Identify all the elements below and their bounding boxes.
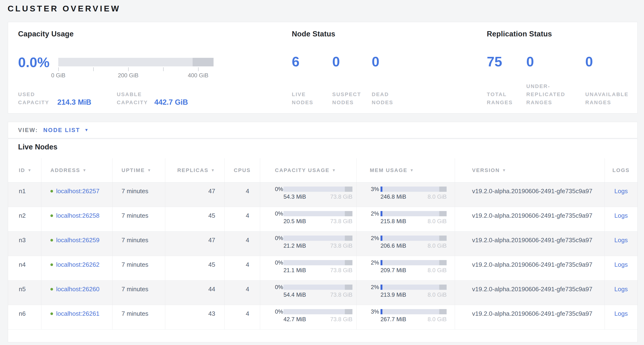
capacity-usage-bar — [284, 260, 352, 265]
table-body: n1localhost:262577 minutes4740%54.3 MiB7… — [8, 182, 637, 329]
cell-capacity-usage: 0%21.2 MiB73.8 GiB — [260, 231, 357, 256]
view-label: VIEW: — [18, 127, 38, 134]
column-header-capacity[interactable]: CAPACITY USAGE▼ — [260, 158, 357, 182]
cell-node-id: n5 — [8, 280, 42, 305]
node-id-value: n5 — [19, 280, 41, 293]
logs-link[interactable]: Logs — [614, 236, 628, 244]
node-address-link[interactable]: localhost:26260 — [56, 280, 100, 293]
node-status-stat-label-line: NODES — [372, 99, 393, 107]
capacity-stat-value: 214.3 MiB — [57, 98, 91, 107]
cell-mem-usage: 2%206.6 MiB8.0 GiB — [357, 231, 455, 256]
capacity-usage-values-line: 54.4 MiB73.8 GiB — [284, 291, 352, 298]
node-status-stat-label-line: NODES — [292, 99, 314, 107]
capacity-stat-value: 442.7 GiB — [154, 98, 188, 107]
cell-logs: Logs — [605, 256, 637, 280]
column-header-uptime[interactable]: UPTIME▼ — [112, 158, 165, 182]
sort-arrow-icon: ▼ — [410, 168, 414, 173]
replication-stat: 0UNDER-REPLICATEDRANGES — [526, 54, 585, 107]
capacity-usage-bar — [284, 284, 352, 290]
cluster-summary-card: Capacity Usage Node Status Replication S… — [8, 22, 638, 114]
capacity-usage-used-value: 21.2 MiB — [284, 242, 306, 249]
logs-link[interactable]: Logs — [614, 212, 628, 219]
cell-address: localhost:26262 — [42, 256, 112, 280]
node-address-link[interactable]: localhost:26259 — [56, 231, 100, 244]
logs-link[interactable]: Logs — [614, 285, 628, 293]
capacity-gauge-tick — [163, 67, 164, 71]
table-row: n4localhost:262627 minutes4540%21.1 MiB7… — [8, 256, 637, 280]
capacity-usage-values-line: 42.7 MiB73.8 GiB — [284, 316, 352, 323]
cell-cpus: 4 — [224, 182, 260, 207]
mem-usage-used-value: 213.9 MiB — [380, 291, 406, 298]
capacity-usage-bar-line: 0% — [275, 259, 352, 266]
column-header-cpus[interactable]: CPUS — [224, 158, 260, 182]
node-address-link[interactable]: localhost:26262 — [56, 256, 100, 268]
cell-mem-usage: 2%215.8 MiB8.0 GiB — [357, 207, 455, 231]
logs-link[interactable]: Logs — [614, 310, 628, 317]
node-status-stat: 0DEADNODES — [372, 54, 412, 107]
cell-node-id: n2 — [8, 207, 42, 231]
capacity-usage-bar-line: 0% — [275, 235, 352, 241]
capacity-stat-label-line: CAPACITY — [18, 99, 57, 107]
column-header-address[interactable]: ADDRESS▼ — [42, 158, 112, 182]
node-live-status-icon — [50, 190, 53, 192]
version-value: v19.2.0-alpha.20190606-2491-gfe735c9a97 — [472, 207, 604, 219]
node-status-stat-value: 0 — [372, 54, 379, 69]
logs-link[interactable]: Logs — [614, 187, 628, 195]
table-header-row: ID▼ADDRESS▼UPTIME▼REPLICAS▼CPUSCAPACITY … — [8, 158, 637, 182]
mem-usage-bar — [380, 309, 446, 314]
mem-usage-total-value: 8.0 GiB — [428, 267, 446, 274]
capacity-usage-total-value: 73.8 GiB — [330, 291, 352, 298]
column-header-replicas[interactable]: REPLICAS▼ — [165, 158, 224, 182]
logs-link-wrap: Logs — [605, 256, 637, 268]
table-row: n2localhost:262587 minutes4540%20.5 MiB7… — [8, 207, 637, 231]
logs-link-wrap: Logs — [605, 305, 637, 317]
uptime-value: 7 minutes — [122, 256, 165, 268]
capacity-usage-bar — [284, 309, 352, 314]
cell-node-id: n1 — [8, 182, 42, 207]
column-header-version[interactable]: VERSION▼ — [455, 158, 605, 182]
logs-link[interactable]: Logs — [614, 261, 628, 268]
table-row: n1localhost:262577 minutes4740%54.3 MiB7… — [8, 182, 637, 207]
node-address-link[interactable]: localhost:26258 — [56, 207, 100, 219]
mem-usage-values-line: 267.7 MiB8.0 GiB — [380, 316, 446, 323]
sort-arrow-icon: ▼ — [28, 168, 32, 173]
node-address-link[interactable]: localhost:26261 — [56, 305, 100, 317]
column-header-mem[interactable]: MEM USAGE▼ — [357, 158, 455, 182]
mem-usage-values-line: 206.6 MiB8.0 GiB — [380, 242, 446, 249]
node-status-stat: 6LIVENODES — [292, 54, 332, 107]
version-value: v19.2.0-alpha.20190606-2491-gfe735c9a97 — [472, 231, 604, 244]
capacity-usage-bar-line: 0% — [275, 186, 352, 192]
replication-stat-label: UNAVAILABLERANGES — [585, 90, 628, 107]
cell-uptime: 7 minutes — [112, 256, 165, 280]
capacity-usage-bar-line: 0% — [275, 284, 352, 290]
node-status-stat-label-line: SUSPECT — [332, 90, 361, 99]
cell-uptime: 7 minutes — [112, 305, 165, 329]
capacity-usage-used-value: 42.7 MiB — [284, 316, 306, 323]
node-address-link[interactable]: localhost:26257 — [56, 182, 100, 195]
column-header-logs[interactable]: LOGS — [605, 158, 637, 182]
mem-usage-percent: 2% — [370, 259, 379, 266]
mem-usage-values-line: 246.8 MiB8.0 GiB — [380, 193, 446, 200]
view-dropdown[interactable]: NODE LIST ▼ — [43, 127, 89, 134]
mem-usage-values-line: 209.7 MiB8.0 GiB — [380, 267, 446, 274]
capacity-stat-pair: USEDCAPACITY214.3 MiB — [18, 90, 91, 107]
cell-node-id: n6 — [8, 305, 42, 329]
cell-cpus: 4 — [224, 231, 260, 256]
live-nodes-card: Live Nodes ID▼ADDRESS▼UPTIME▼REPLICAS▼CP… — [8, 139, 638, 342]
capacity-usage-total-value: 73.8 GiB — [330, 193, 352, 200]
mem-usage-bar-line: 3% — [370, 308, 446, 315]
view-dropdown-value[interactable]: NODE LIST — [43, 127, 80, 134]
mem-usage-total-value: 8.0 GiB — [428, 291, 446, 298]
mem-usage-bar-line: 2% — [370, 210, 446, 217]
replication-stat-label: UNDER-REPLICATEDRANGES — [526, 82, 565, 107]
mem-usage-bar-line: 2% — [370, 259, 446, 266]
mem-usage-values-line: 215.8 MiB8.0 GiB — [380, 218, 446, 225]
column-header-id[interactable]: ID▼ — [8, 158, 42, 182]
replication-stat-label-line: RANGES — [487, 99, 513, 107]
capacity-usage-values-line: 21.1 MiB73.8 GiB — [284, 267, 352, 274]
uptime-value: 7 minutes — [122, 207, 165, 219]
capacity-usage-total-value: 73.8 GiB — [330, 218, 352, 225]
live-nodes-title: Live Nodes — [18, 143, 57, 151]
capacity-gauge-track — [58, 58, 214, 66]
mem-usage-percent: 2% — [370, 235, 379, 241]
